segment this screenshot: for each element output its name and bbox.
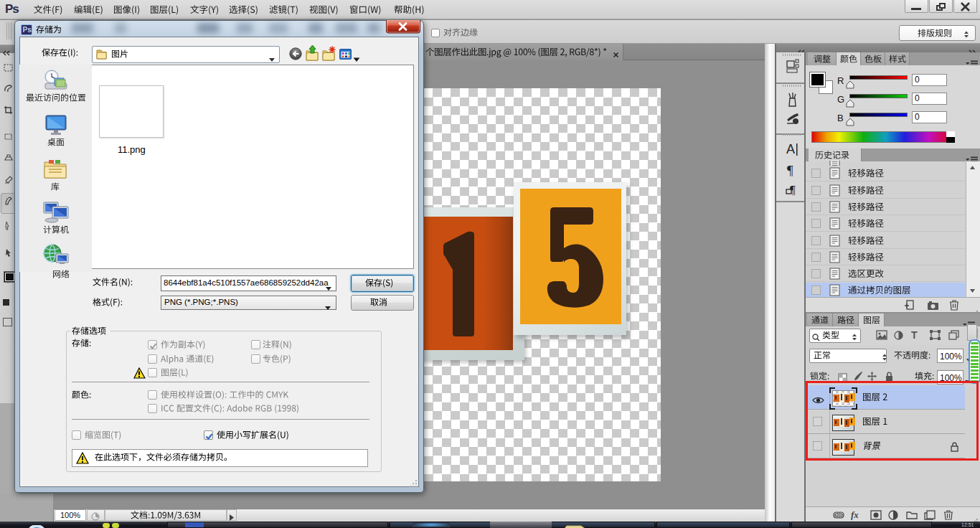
svg-text:fx: fx [851,509,859,520]
svg-text:¶: ¶ [787,164,793,178]
svg-text:A: A [786,142,795,156]
